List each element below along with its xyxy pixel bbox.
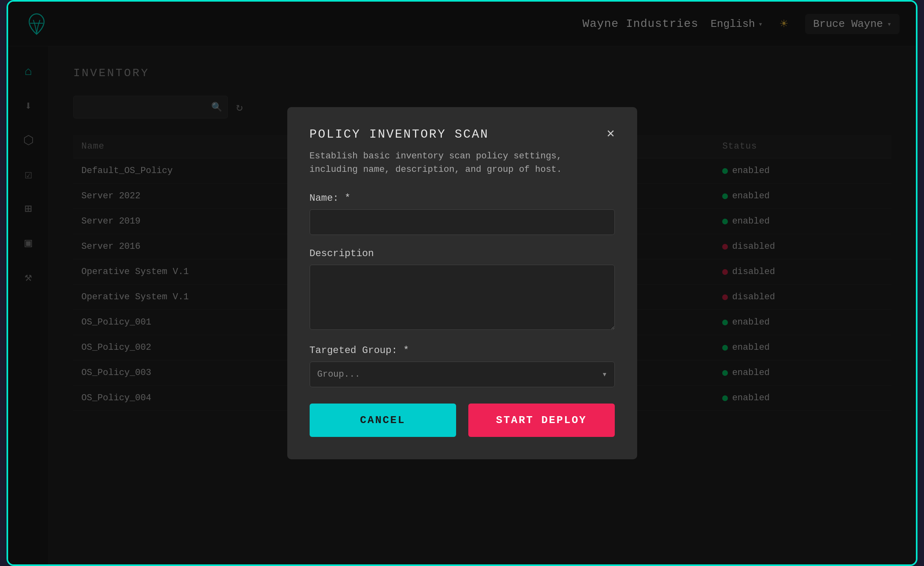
screen-wrapper: Wayne Industries English ▾ ☀ Bruce Wayne… (7, 0, 917, 566)
description-form-group: Description (310, 248, 615, 332)
start-deploy-button[interactable]: START DEPLOY (468, 404, 615, 437)
name-form-group: Name: * (310, 193, 615, 235)
modal-close-button[interactable]: ✕ (607, 127, 614, 140)
group-select-wrapper: Group... ▾ (310, 362, 615, 387)
description-input[interactable] (310, 265, 615, 330)
modal-title: POLICY INVENTORY SCAN (310, 127, 489, 141)
description-label: Description (310, 248, 615, 259)
targeted-group-form-group: Targeted Group: * Group... ▾ (310, 345, 615, 387)
name-input[interactable] (310, 209, 615, 235)
modal-actions: CANCEL START DEPLOY (310, 404, 615, 437)
cancel-button[interactable]: CANCEL (310, 404, 456, 437)
targeted-group-label: Targeted Group: * (310, 345, 615, 356)
modal-overlay: POLICY INVENTORY SCAN ✕ Establish basic … (8, 2, 916, 564)
group-select[interactable]: Group... (310, 362, 615, 387)
name-label: Name: * (310, 193, 615, 204)
modal-subtitle: Establish basic inventory scan policy se… (310, 149, 615, 176)
policy-inventory-modal: POLICY INVENTORY SCAN ✕ Establish basic … (287, 107, 637, 459)
modal-header: POLICY INVENTORY SCAN ✕ (310, 127, 615, 141)
